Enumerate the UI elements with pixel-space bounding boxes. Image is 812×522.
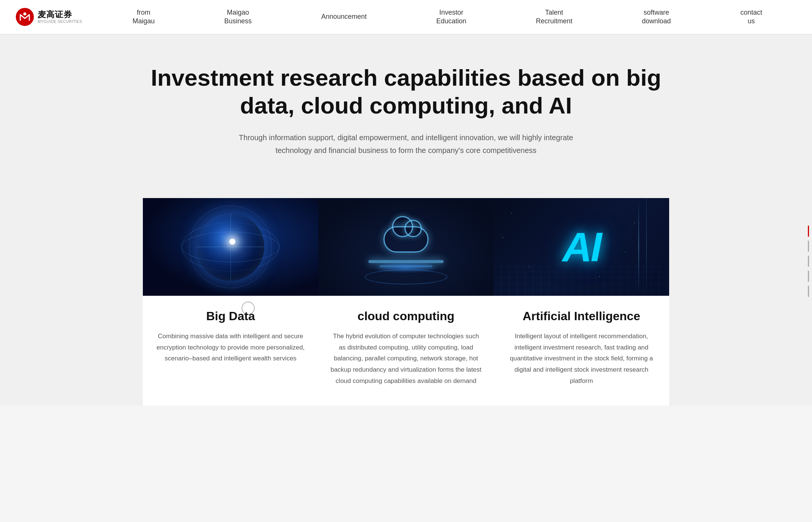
indicator-3[interactable] xyxy=(808,256,809,267)
indicator-2[interactable] xyxy=(808,241,809,252)
card-big-data: Big Data Combining massive data with int… xyxy=(143,198,318,405)
ai-light-lines-2 xyxy=(646,198,647,296)
card-cloud: cloud computing The hybrid evolution of … xyxy=(318,198,494,405)
card-ai-desc: Intelligent layout of intelligent recomm… xyxy=(505,331,658,387)
svg-point-3 xyxy=(182,222,279,271)
logo-en: MYGUIDE SECURITIES xyxy=(38,20,82,24)
particle-1 xyxy=(511,213,512,213)
particle-2 xyxy=(634,222,635,223)
cards-section: Big Data Combining massive data with int… xyxy=(0,179,812,405)
card-big-data-desc: Combining massive data with intelligent … xyxy=(154,331,307,364)
card-ai: AI Artificial Intelligence Intelligent l… xyxy=(494,198,669,405)
logo-cn: 麦高证券 xyxy=(38,10,82,20)
nav-announcement[interactable]: Announcement xyxy=(315,9,373,24)
hero-subtitle: Through information support, digital emp… xyxy=(237,131,575,157)
ai-light-lines xyxy=(638,198,639,296)
logo-text: 麦高证券 MYGUIDE SECURITIES xyxy=(38,10,82,24)
header: 麦高证券 MYGUIDE SECURITIES from Maigau Maig… xyxy=(0,0,812,34)
nav-contact[interactable]: contact us xyxy=(734,5,768,29)
particle-6 xyxy=(599,276,600,277)
svg-point-2 xyxy=(182,232,279,262)
nav-about[interactable]: from Maigau xyxy=(126,5,161,29)
particle-5 xyxy=(503,237,503,238)
card-big-data-image xyxy=(143,198,318,296)
card-cloud-desc: The hybrid evolution of computer technol… xyxy=(330,331,483,387)
cloud-shape xyxy=(383,226,429,253)
cards-grid: Big Data Combining massive data with int… xyxy=(143,198,669,405)
card-ai-content: Artificial Intelligence Intelligent layo… xyxy=(494,296,669,405)
nav-talent[interactable]: Talent Recruitment xyxy=(530,5,578,29)
nav-investor[interactable]: Investor Education xyxy=(430,5,472,29)
logo-area[interactable]: 麦高证券 MYGUIDE SECURITIES xyxy=(15,7,98,27)
svg-point-1 xyxy=(23,12,26,15)
main-nav: from Maigau Maigao Business Announcement… xyxy=(98,5,797,29)
hero-section: Investment research capabilities based o… xyxy=(0,34,812,179)
particle-3 xyxy=(529,266,530,267)
card-cloud-image xyxy=(318,198,494,296)
cloud-visual xyxy=(368,226,444,267)
indicator-5[interactable] xyxy=(808,286,809,297)
sidebar-indicators xyxy=(808,225,812,297)
cloud-center-glow xyxy=(372,262,440,273)
ai-particles xyxy=(494,198,669,296)
card-big-data-title: Big Data xyxy=(154,309,307,323)
logo-icon xyxy=(15,7,35,27)
card-big-data-content: Big Data Combining massive data with int… xyxy=(143,296,318,383)
hero-title: Investment research capabilities based o… xyxy=(143,64,669,120)
particle-4 xyxy=(625,252,626,253)
card-cloud-title: cloud computing xyxy=(330,309,483,323)
indicator-4[interactable] xyxy=(808,271,809,282)
indicator-1[interactable] xyxy=(808,225,809,237)
globe-rings-svg xyxy=(178,198,283,296)
card-cloud-content: cloud computing The hybrid evolution of … xyxy=(318,296,494,405)
svg-point-0 xyxy=(16,8,34,26)
nav-software[interactable]: software download xyxy=(636,5,677,29)
nav-business[interactable]: Maigao Business xyxy=(218,5,258,29)
card-ai-title: Artificial Intelligence xyxy=(505,309,658,323)
card-ai-image: AI xyxy=(494,198,669,296)
